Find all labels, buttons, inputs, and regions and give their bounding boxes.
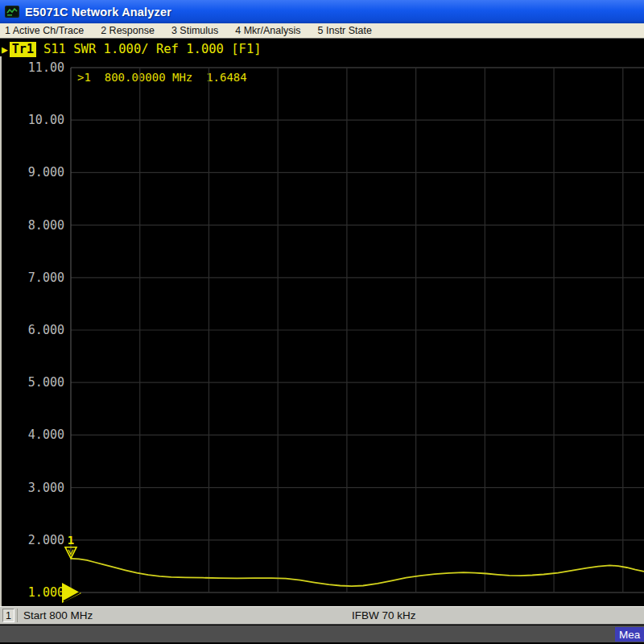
y-axis-labels: 11.0010.009.0008.0007.0006.0005.0004.000…	[28, 60, 64, 600]
menu-item-4[interactable]: 4 Mkr/Analysis	[235, 25, 300, 36]
y-axis-tick-label: 10.00	[28, 113, 64, 127]
menu-item-5[interactable]: 5 Instr State	[318, 25, 372, 36]
title-bar: E5071C Network Analyzer	[0, 0, 644, 23]
meas-softkey-button[interactable]: Mea	[615, 627, 644, 642]
start-frequency-label: Start 800 MHz	[23, 609, 93, 621]
window-title: E5071C Network Analyzer	[25, 6, 171, 19]
menu-item-2[interactable]: 2 Response	[101, 25, 155, 36]
analyzer-window: E5071C Network Analyzer 1 Active Ch/Trac…	[0, 0, 644, 644]
marker-1-symbol[interactable]: 1	[65, 534, 76, 559]
channel-indicator: 1	[2, 609, 14, 622]
y-axis-tick-label: 11.00	[28, 60, 64, 75]
y-axis-tick-label: 9.000	[28, 165, 64, 180]
y-axis-tick-label: 1.000	[28, 585, 64, 600]
status-bar: 1 Start 800 MHz IFBW 70 kHz	[0, 606, 644, 625]
menu-item-3[interactable]: 3 Stimulus	[171, 25, 218, 36]
y-axis-tick-label: 4.000	[28, 427, 64, 442]
y-axis-tick-label: 3.000	[28, 481, 64, 495]
app-icon	[5, 6, 19, 18]
window-left-border	[0, 56, 2, 624]
instrument-screen: ▶ Tr1 S11 SWR 1.000/ Ref 1.000 [F1] >1 8…	[0, 39, 644, 606]
menu-item-1[interactable]: 1 Active Ch/Trace	[5, 25, 84, 36]
ifbw-label: IFBW 70 kHz	[352, 609, 416, 621]
status-separator	[17, 609, 18, 622]
y-axis-tick-label: 8.000	[28, 218, 64, 233]
y-axis-tick-label: 2.000	[28, 533, 64, 547]
softkey-bar: Mea	[0, 625, 644, 642]
plot-area: 11.0010.009.0008.0007.0006.0005.0004.000…	[0, 39, 644, 606]
menu-bar: 1 Active Ch/Trace2 Response3 Stimulus4 M…	[0, 23, 644, 39]
ref-level-indicator	[62, 583, 81, 603]
svg-text:1: 1	[68, 534, 74, 547]
graticule	[71, 68, 644, 592]
y-axis-tick-label: 7.000	[28, 270, 64, 285]
y-axis-tick-label: 6.000	[28, 323, 64, 337]
y-axis-tick-label: 5.000	[28, 375, 64, 390]
swr-trace	[71, 559, 644, 586]
